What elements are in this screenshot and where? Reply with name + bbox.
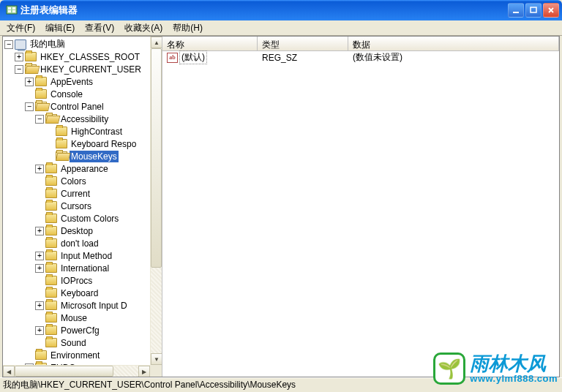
tree-item[interactable]: IOProcs: [4, 274, 150, 287]
client-area: −我的电脑 +HKEY_CLASSES_ROOT −HKEY_CURRENT_U…: [2, 36, 560, 377]
menu-file[interactable]: 文件(F): [1, 20, 40, 36]
menu-view[interactable]: 查看(V): [80, 20, 119, 36]
tree-item[interactable]: Keyboard Respo: [4, 137, 150, 150]
svg-rect-6: [531, 7, 536, 12]
folder-icon: [45, 288, 57, 298]
folder-icon: [35, 89, 47, 99]
window-controls: [508, 3, 559, 18]
folder-open-icon: [25, 64, 37, 74]
folder-icon: [45, 276, 57, 285]
tree-panel: −我的电脑 +HKEY_CLASSES_ROOT −HKEY_CURRENT_U…: [3, 37, 162, 377]
value-name-cell: ab (默认): [162, 50, 258, 65]
expand-icon[interactable]: +: [35, 326, 44, 335]
expand-icon[interactable]: +: [35, 301, 44, 310]
vertical-scrollbar[interactable]: ▲ ▼: [150, 37, 162, 365]
folder-icon: [45, 301, 57, 310]
menu-help[interactable]: 帮助(H): [168, 20, 208, 36]
value-data-cell: (数值未设置): [348, 50, 559, 64]
folder-icon: [35, 350, 47, 360]
tree-item[interactable]: Sound: [4, 336, 150, 349]
tree-item[interactable]: +Appearance: [4, 162, 150, 175]
folder-icon: [45, 238, 57, 248]
scrollbar-corner: [150, 365, 162, 377]
folder-open-icon: [35, 102, 47, 111]
folder-icon: [45, 263, 57, 273]
svg-rect-1: [8, 7, 11, 10]
title-bar: 注册表编辑器: [0, 0, 562, 20]
column-data[interactable]: 数据: [348, 37, 559, 50]
scroll-left-button[interactable]: ◀: [3, 366, 15, 377]
list-panel: 名称 类型 数据 ab (默认) REG_SZ (数值未设置): [162, 37, 559, 377]
folder-icon: [45, 176, 57, 186]
menu-bar: 文件(F) 编辑(E) 查看(V) 收藏夹(A) 帮助(H): [0, 20, 562, 36]
collapse-icon[interactable]: −: [15, 65, 23, 74]
svg-rect-3: [8, 10, 11, 12]
collapse-icon[interactable]: −: [25, 102, 34, 111]
tree-item[interactable]: Cursors: [4, 200, 150, 212]
tree-item[interactable]: −HKEY_CURRENT_USER: [4, 63, 150, 75]
menu-edit[interactable]: 编辑(E): [40, 20, 80, 36]
scroll-track[interactable]: [151, 48, 162, 353]
tree-item[interactable]: Environment: [4, 349, 150, 361]
tree-item[interactable]: +Input Method: [4, 249, 150, 262]
expand-icon[interactable]: +: [25, 78, 34, 86]
expand-icon[interactable]: +: [15, 53, 23, 61]
scroll-down-button[interactable]: ▼: [151, 353, 162, 365]
status-path: 我的电脑\HKEY_CURRENT_USER\Control Panel\Acc…: [3, 379, 296, 391]
tree-item[interactable]: Custom Colors: [4, 212, 150, 225]
tree-item[interactable]: +Desktop: [4, 225, 150, 237]
scroll-right-button[interactable]: ▶: [138, 366, 150, 377]
scroll-up-button[interactable]: ▲: [151, 37, 162, 48]
folder-icon: [45, 338, 57, 347]
folder-icon: [45, 201, 57, 211]
tree-item[interactable]: −Control Panel: [4, 100, 150, 113]
column-name[interactable]: 名称: [162, 37, 258, 50]
folder-icon: [45, 313, 57, 323]
column-type[interactable]: 类型: [258, 37, 348, 50]
folder-open-icon: [45, 114, 57, 124]
tree-item[interactable]: +Microsoft Input D: [4, 299, 150, 312]
menu-favorites[interactable]: 收藏夹(A): [119, 20, 168, 36]
folder-icon: [25, 52, 37, 61]
tree-item[interactable]: +AppEvents: [4, 75, 150, 88]
list-row[interactable]: ab (默认) REG_SZ (数值未设置): [162, 51, 559, 64]
tree-item[interactable]: +PowerCfg: [4, 324, 150, 336]
scroll-track[interactable]: [15, 366, 138, 377]
collapse-icon[interactable]: −: [35, 115, 44, 124]
tree-item[interactable]: Keyboard: [4, 287, 150, 299]
svg-rect-5: [513, 12, 519, 13]
computer-icon: [15, 39, 26, 50]
maximize-button[interactable]: [525, 3, 542, 18]
list-header: 名称 类型 数据: [162, 37, 559, 51]
tree-root[interactable]: −我的电脑: [4, 38, 150, 50]
tree-item[interactable]: Console: [4, 88, 150, 100]
folder-open-icon: [56, 151, 67, 161]
window-title: 注册表编辑器: [20, 4, 508, 17]
tree-item[interactable]: Current: [4, 187, 150, 200]
svg-rect-0: [7, 6, 17, 14]
tree-item[interactable]: don't load: [4, 237, 150, 249]
horizontal-scrollbar[interactable]: ◀ ▶: [3, 365, 150, 377]
folder-icon: [45, 325, 57, 335]
expand-icon[interactable]: +: [35, 165, 44, 173]
tree-item[interactable]: +HKEY_CLASSES_ROOT: [4, 50, 150, 63]
value-type-cell: REG_SZ: [258, 52, 348, 64]
expand-icon[interactable]: +: [35, 264, 44, 273]
close-button[interactable]: [543, 3, 559, 18]
expand-icon[interactable]: +: [35, 227, 44, 235]
folder-icon: [56, 139, 67, 148]
expand-icon[interactable]: +: [35, 252, 44, 260]
tree-item[interactable]: +International: [4, 262, 150, 274]
minimize-button[interactable]: [508, 3, 524, 18]
tree-item[interactable]: −Accessibility: [4, 113, 150, 125]
folder-icon: [35, 77, 47, 86]
tree-item[interactable]: Mouse: [4, 312, 150, 324]
collapse-icon[interactable]: −: [4, 40, 13, 49]
tree-item-selected[interactable]: MouseKeys: [4, 150, 150, 162]
tree-item[interactable]: Colors: [4, 175, 150, 187]
tree-view[interactable]: −我的电脑 +HKEY_CLASSES_ROOT −HKEY_CURRENT_U…: [3, 37, 150, 365]
folder-icon: [45, 164, 57, 173]
value-name: (默认): [179, 50, 207, 64]
tree-item[interactable]: HighContrast: [4, 125, 150, 137]
svg-rect-4: [12, 10, 15, 12]
